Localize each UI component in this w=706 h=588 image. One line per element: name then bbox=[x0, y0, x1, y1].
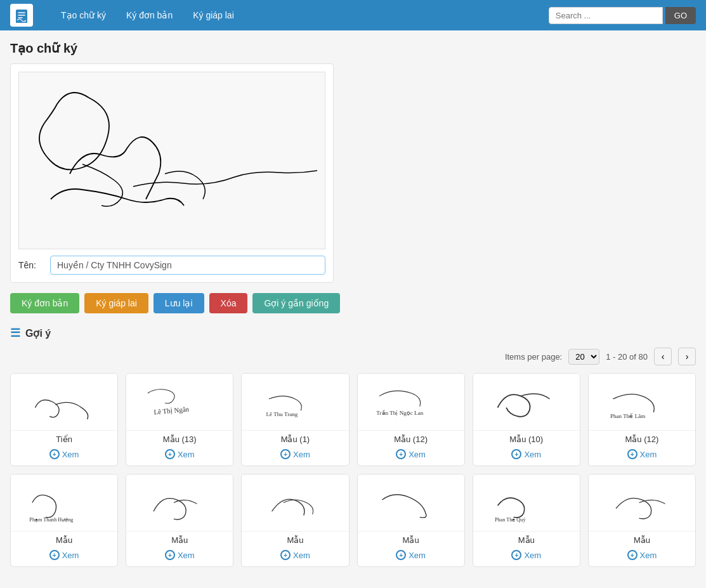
sig-card-view-9[interactable]: + Xem bbox=[242, 546, 348, 566]
sig-card-10: Mẫu + Xem bbox=[357, 474, 465, 567]
sig-card-name-5: Mẫu (10) bbox=[473, 431, 580, 445]
svg-text:Phan Thế Lâm: Phan Thế Lâm bbox=[610, 413, 645, 419]
sig-card-8: Mẫu + Xem bbox=[126, 474, 233, 567]
sig-card-image-1 bbox=[11, 374, 117, 431]
view-icon-9: + bbox=[280, 550, 291, 560]
suggestions-title: Gợi ý bbox=[25, 327, 51, 339]
header: Tạo chữ ký Ký đơn bản Ký giáp lai GO bbox=[0, 0, 706, 30]
sig-card-view-4[interactable]: + Xem bbox=[358, 445, 464, 466]
view-label-5: Xem bbox=[524, 450, 541, 459]
sign-overlap-button[interactable]: Ký giáp lai bbox=[84, 293, 148, 313]
svg-text:Phạm Thanh Hướng: Phạm Thanh Hướng bbox=[29, 517, 73, 523]
pagination-row: Items per page: 20 40 60 1 - 20 of 80 ‹ … bbox=[10, 348, 696, 365]
main-content: Tạo chữ ký Tên: bbox=[0, 30, 706, 577]
view-icon-5: + bbox=[511, 449, 521, 459]
sig-card-2: Lê Thị Ngân Mẫu (13) + Xem bbox=[126, 373, 233, 466]
sig-card-7: Phạm Thanh Hướng Mẫu + Xem bbox=[10, 474, 118, 567]
sig-card-image-8 bbox=[126, 474, 233, 532]
suggest-similar-button[interactable]: Gợi ý gần giống bbox=[252, 293, 340, 313]
sig-card-view-8[interactable]: + Xem bbox=[126, 546, 233, 566]
logo-container bbox=[10, 4, 38, 27]
sig-card-image-2: Lê Thị Ngân bbox=[126, 374, 233, 431]
next-page-button[interactable]: › bbox=[678, 348, 696, 365]
sig-card-name-6: Mẫu (12) bbox=[589, 431, 695, 445]
signature-canvas[interactable] bbox=[18, 72, 325, 249]
sig-card-view-6[interactable]: + Xem bbox=[589, 445, 695, 466]
sig-card-view-1[interactable]: + Xem bbox=[11, 445, 117, 466]
signature-cards-grid: Tiến + Xem Lê Thị Ngân Mẫu (13) + Xem bbox=[10, 373, 696, 567]
items-per-page-select[interactable]: 20 40 60 bbox=[568, 349, 599, 365]
view-label-12: Xem bbox=[640, 551, 657, 560]
sig-card-name-2: Mẫu (13) bbox=[126, 431, 233, 445]
sig-card-view-11[interactable]: + Xem bbox=[473, 546, 580, 566]
view-icon-1: + bbox=[49, 449, 60, 459]
view-label-6: Xem bbox=[640, 450, 657, 459]
sig-card-image-6: Phan Thế Lâm bbox=[589, 374, 695, 431]
sig-card-image-11: Phan Thế Quý bbox=[473, 474, 580, 532]
sig-card-name-8: Mẫu bbox=[126, 532, 233, 546]
sig-card-image-12 bbox=[589, 474, 695, 532]
sig-card-image-5 bbox=[473, 374, 580, 431]
view-icon-2: + bbox=[165, 449, 175, 459]
sig-card-image-9 bbox=[242, 474, 348, 532]
sig-card-name-4: Mẫu (12) bbox=[358, 431, 464, 445]
sig-card-9: Mẫu + Xem bbox=[241, 474, 349, 567]
main-nav: Tạo chữ ký Ký đơn bản Ký giáp lai bbox=[53, 6, 549, 24]
sig-card-5: Mẫu (10) + Xem bbox=[473, 373, 580, 466]
search-input[interactable] bbox=[549, 7, 663, 24]
search-container: GO bbox=[549, 7, 696, 24]
view-icon-6: + bbox=[627, 449, 637, 459]
view-icon-12: + bbox=[627, 550, 637, 560]
nav-sign-overlap[interactable]: Ký giáp lai bbox=[185, 6, 242, 24]
sig-card-name-9: Mẫu bbox=[242, 532, 348, 546]
prev-page-button[interactable]: ‹ bbox=[654, 348, 672, 365]
signature-area: Tên: bbox=[10, 63, 334, 283]
logo-icon bbox=[10, 4, 33, 27]
sig-card-image-4: Trần Thị Ngọc Lan bbox=[358, 374, 464, 431]
sig-card-name-1: Tiến bbox=[11, 431, 117, 445]
view-icon-10: + bbox=[396, 550, 406, 560]
sig-card-view-5[interactable]: + Xem bbox=[473, 445, 580, 466]
sig-card-image-3: Lê Thu Trang bbox=[242, 374, 348, 431]
delete-button[interactable]: Xóa bbox=[209, 293, 248, 313]
sig-card-view-2[interactable]: + Xem bbox=[126, 445, 233, 466]
view-label-3: Xem bbox=[293, 450, 310, 459]
list-icon: ☰ bbox=[10, 326, 20, 340]
nav-sign-draft[interactable]: Ký đơn bản bbox=[119, 6, 180, 24]
signature-name-row: Tên: bbox=[18, 256, 325, 275]
view-icon-7: + bbox=[49, 550, 60, 560]
action-buttons: Ký đơn bản Ký giáp lai Lưu lại Xóa Gợi ý… bbox=[10, 293, 696, 313]
view-icon-3: + bbox=[280, 449, 291, 459]
suggestions-header: ☰ Gợi ý bbox=[10, 326, 696, 340]
sig-card-name-12: Mẫu bbox=[589, 532, 695, 546]
sig-card-name-7: Mẫu bbox=[11, 532, 117, 546]
sig-card-view-7[interactable]: + Xem bbox=[11, 546, 117, 566]
sig-card-image-10 bbox=[358, 474, 464, 532]
svg-text:Trần Thị Ngọc Lan: Trần Thị Ngọc Lan bbox=[376, 410, 423, 416]
sig-card-name-10: Mẫu bbox=[358, 532, 464, 546]
view-label-9: Xem bbox=[293, 551, 310, 560]
page-range: 1 - 20 of 80 bbox=[606, 352, 648, 362]
view-label-7: Xem bbox=[62, 551, 79, 560]
items-per-page-label: Items per page: bbox=[505, 352, 562, 362]
sign-draft-button[interactable]: Ký đơn bản bbox=[10, 293, 79, 313]
sig-card-3: Lê Thu Trang Mẫu (1) + Xem bbox=[241, 373, 349, 466]
sig-card-view-3[interactable]: + Xem bbox=[242, 445, 348, 466]
nav-create-signature[interactable]: Tạo chữ ký bbox=[53, 6, 114, 24]
search-button[interactable]: GO bbox=[665, 7, 696, 24]
view-label-10: Xem bbox=[409, 551, 426, 560]
view-label-1: Xem bbox=[62, 450, 79, 459]
page-title: Tạo chữ ký bbox=[10, 41, 696, 56]
svg-text:Phan Thế Quý: Phan Thế Quý bbox=[495, 517, 526, 523]
view-label-11: Xem bbox=[524, 551, 541, 560]
sig-card-view-10[interactable]: + Xem bbox=[358, 546, 464, 566]
view-label-2: Xem bbox=[178, 450, 195, 459]
sig-card-4: Trần Thị Ngọc Lan Mẫu (12) + Xem bbox=[357, 373, 465, 466]
svg-text:Lê Thị Ngân: Lê Thị Ngân bbox=[154, 405, 190, 417]
name-label: Tên: bbox=[18, 260, 50, 270]
name-input[interactable] bbox=[50, 256, 325, 275]
view-icon-11: + bbox=[511, 550, 521, 560]
sig-card-view-12[interactable]: + Xem bbox=[589, 546, 695, 566]
sig-card-name-3: Mẫu (1) bbox=[242, 431, 348, 445]
save-button[interactable]: Lưu lại bbox=[154, 293, 204, 313]
